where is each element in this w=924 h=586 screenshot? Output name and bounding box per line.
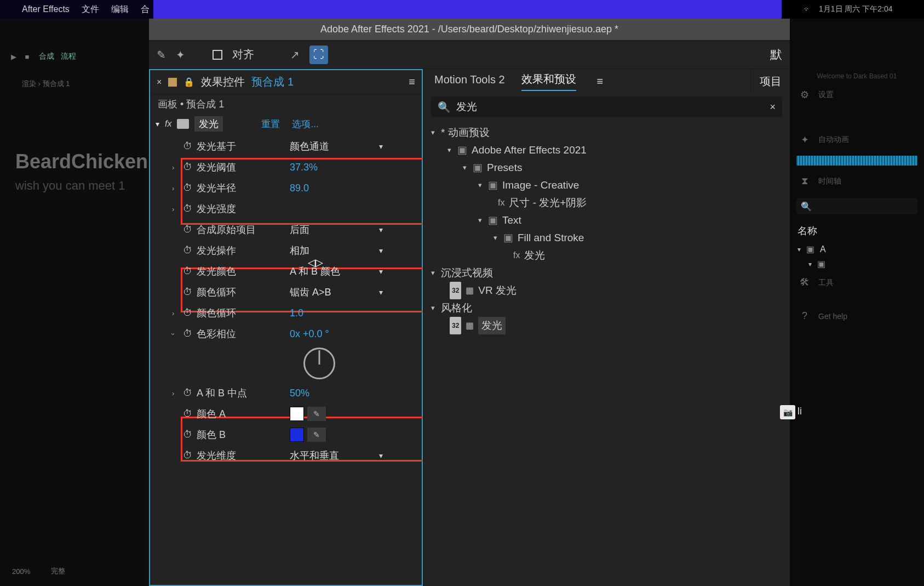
stopwatch-icon[interactable]: ⏱ — [183, 266, 192, 277]
viewer-icons[interactable]: ▶ ■ — [11, 53, 32, 61]
angle-dial-control[interactable] — [303, 348, 335, 379]
clear-search-icon[interactable]: × — [770, 101, 776, 113]
menu-app[interactable]: After Effects — [22, 4, 70, 14]
prop-dropdown[interactable]: 后面 ▾ — [290, 223, 383, 236]
reset-link[interactable]: 重置 — [261, 118, 280, 130]
tree-presets-folder[interactable]: Presets — [487, 159, 522, 177]
stopwatch-icon[interactable]: ⏱ — [183, 203, 192, 214]
name-column-header[interactable]: 名称 — [790, 220, 924, 242]
tree-size-glow-shadow[interactable]: 尺寸 - 发光+阴影 — [509, 194, 587, 212]
prop-value[interactable]: 89.0 — [290, 183, 309, 194]
puppet-pin-icon[interactable]: ✦ — [176, 48, 185, 61]
twirl-down-icon[interactable]: › — [169, 333, 177, 335]
chevron-down-icon[interactable]: ▾ — [156, 120, 159, 128]
animation-preset-icon[interactable] — [177, 119, 189, 129]
prop-value[interactable]: 1.0 — [290, 308, 303, 319]
twirl-right-icon[interactable]: › — [172, 163, 174, 172]
viewer-tab-flow[interactable]: 流程 — [61, 52, 76, 61]
tree-ae-folder[interactable]: Adobe After Effects 2021 — [472, 141, 587, 159]
panel-layer-link[interactable]: 预合成 1 — [251, 75, 294, 89]
menu-comp[interactable]: 合 — [141, 4, 150, 15]
right-search-box[interactable]: 🔍 — [796, 198, 917, 214]
eyedropper-icon[interactable]: ✎ — [307, 428, 326, 442]
viewer-breadcrumb[interactable]: 渲染 › 预合成 1 — [22, 79, 70, 89]
tree-fill-stroke[interactable]: Fill and Stroke — [518, 229, 584, 247]
project-item-row[interactable]: ▾▣A — [790, 242, 924, 257]
stopwatch-icon[interactable]: ⏱ — [183, 162, 192, 173]
dock-item-auto[interactable]: ✦自动动画 — [790, 128, 924, 151]
dock-item-tools[interactable]: 🛠工具 — [790, 271, 924, 294]
audio-waveform-thumbnail[interactable] — [796, 156, 917, 166]
stopwatch-icon[interactable]: ⏱ — [183, 429, 192, 440]
twirl-right-icon[interactable]: › — [172, 205, 174, 213]
stopwatch-icon[interactable]: ⏱ — [183, 308, 192, 318]
effect-name[interactable]: 发光 — [194, 116, 223, 132]
effect-header[interactable]: ▾ fx 发光 重置 选项... — [150, 114, 422, 134]
twirl-right-icon[interactable]: › — [172, 309, 174, 317]
align-label[interactable]: 对齐 — [232, 47, 254, 62]
prop-value[interactable]: 0x +0.0 ° — [290, 328, 329, 340]
color-b-swatch[interactable] — [290, 428, 304, 442]
tab-motion-tools[interactable]: Motion Tools 2 — [434, 73, 505, 89]
eyedropper-icon[interactable]: ✎ — [307, 407, 326, 421]
stopwatch-icon[interactable]: ⏱ — [183, 224, 192, 235]
panel-menu-icon[interactable]: ≡ — [409, 76, 415, 88]
prop-label: 合成原始项目 — [197, 223, 290, 236]
mode-toggle[interactable]: 默 — [770, 47, 782, 63]
stopwatch-icon[interactable]: ⏱ — [183, 328, 192, 339]
presets-tree[interactable]: ▾* 动画预设 ▾▣Adobe After Effects 2021 ▾▣Pre… — [423, 121, 790, 338]
stopwatch-icon[interactable]: ⏱ — [183, 141, 192, 152]
stopwatch-icon[interactable]: ⏱ — [183, 450, 192, 461]
search-input-value[interactable]: 发光 — [456, 100, 764, 114]
project-item-row[interactable]: ▾▣ — [790, 257, 924, 271]
tree-text-folder[interactable]: Text — [502, 212, 521, 229]
presets-search-box[interactable]: 🔍 发光 × — [431, 96, 782, 117]
fx-enabled-icon[interactable]: fx — [165, 119, 171, 129]
prop-dropdown[interactable]: 水平和垂直 ▾ — [290, 449, 383, 462]
prop-dropdown[interactable]: 相加 ▾ — [290, 244, 383, 257]
stopwatch-icon[interactable]: ⏱ — [183, 245, 192, 256]
zoom-dropdown[interactable]: 200% — [12, 567, 30, 576]
options-link[interactable]: 选项... — [292, 118, 318, 130]
menu-edit[interactable]: 编辑 — [111, 4, 129, 15]
dock-item-help[interactable]: ?Get help — [790, 305, 924, 327]
panel-close-icon[interactable]: × — [157, 77, 162, 87]
prop-value[interactable]: 50% — [290, 388, 309, 399]
stopwatch-icon[interactable]: ⏱ — [183, 183, 192, 194]
menu-file[interactable]: 文件 — [82, 4, 99, 15]
li-label[interactable]: li — [797, 406, 802, 417]
snapping-toggle-button[interactable]: ⛶ — [309, 45, 328, 64]
dock-item-timeline[interactable]: ⧗时间轴 — [790, 170, 924, 192]
panel-lock-icon[interactable]: 🔒 — [183, 77, 194, 87]
prop-dropdown[interactable]: 锯齿 A>B ▾ — [290, 286, 383, 299]
tab-project[interactable]: 项目 — [750, 69, 790, 93]
tree-glow-effect-selected[interactable]: 发光 — [478, 317, 506, 334]
panel-menu-icon[interactable]: ≡ — [597, 75, 604, 88]
viewer-tab-comp[interactable]: 合成 — [39, 52, 54, 61]
prop-color-a: ⏱ 颜色 A ✎ — [150, 403, 422, 424]
twirl-right-icon[interactable]: › — [172, 389, 174, 397]
stopwatch-icon[interactable]: ⏱ — [183, 408, 192, 419]
tree-immersive[interactable]: 沉浸式视频 — [441, 264, 493, 282]
expand-arrow-icon[interactable]: ↗ — [290, 48, 300, 61]
color-a-swatch[interactable] — [290, 407, 304, 421]
stopwatch-icon[interactable]: ⏱ — [183, 388, 192, 399]
menubar-datetime[interactable]: 1月1日 周六 下午2:04 — [819, 4, 893, 14]
tree-glow-preset[interactable]: 发光 — [524, 247, 545, 264]
wifi-icon[interactable]: ᯤ — [804, 5, 811, 14]
tree-image-creative[interactable]: Image - Creative — [502, 177, 579, 194]
rotobrush-icon[interactable]: ✎ — [157, 48, 166, 61]
tree-stylize[interactable]: 风格化 — [441, 299, 472, 317]
prop-value[interactable]: 37.3% — [290, 162, 318, 173]
dock-item-settings[interactable]: ⚙设置 — [790, 83, 924, 106]
tree-vr-glow[interactable]: VR 发光 — [478, 282, 516, 299]
prop-dropdown[interactable]: 颜色通道 ▾ — [290, 140, 383, 153]
prop-dropdown[interactable]: A 和 B 颜色 ▾ — [290, 265, 383, 278]
tree-anim-presets[interactable]: * 动画预设 — [441, 124, 490, 141]
stopwatch-icon[interactable]: ⏱ — [183, 287, 192, 298]
resolution-dropdown[interactable]: 完整 — [51, 566, 65, 576]
twirl-right-icon[interactable]: › — [172, 184, 174, 192]
align-box-icon[interactable] — [213, 50, 222, 60]
snapshot-icon[interactable]: 📷 — [780, 405, 795, 419]
tab-effects-presets[interactable]: 效果和预设 — [521, 72, 576, 91]
